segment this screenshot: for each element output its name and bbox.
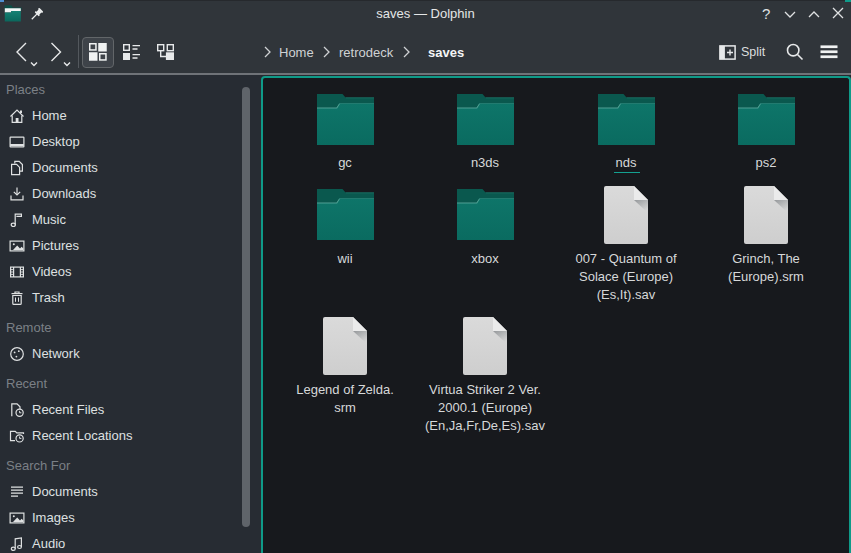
svg-text:?: ? bbox=[762, 5, 770, 22]
